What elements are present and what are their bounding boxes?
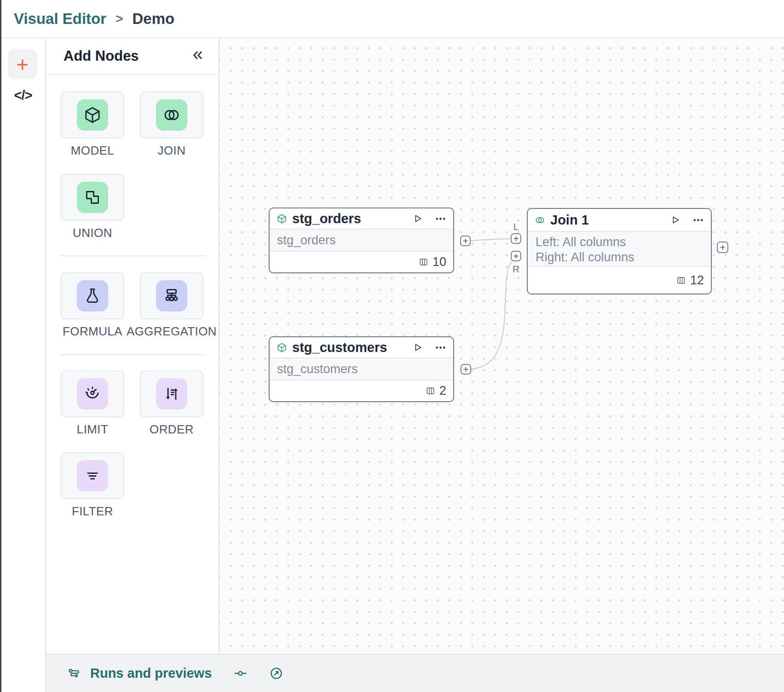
- palette-label: AGGREGATION: [140, 324, 203, 339]
- node-header: stg_customers: [270, 337, 453, 358]
- palette-label: LIMIT: [61, 422, 124, 437]
- palette-divider: [60, 255, 206, 256]
- add-nodes-header: Add Nodes «: [46, 38, 219, 75]
- hierarchy-icon: [156, 280, 187, 311]
- palette-label: FILTER: [61, 504, 124, 519]
- palette-label: UNION: [61, 226, 124, 240]
- aggregation-card: [140, 272, 203, 319]
- node-join-1[interactable]: Join 1 Left: All columns Right: All colu…: [527, 208, 712, 294]
- workflow-runs-icon: [68, 666, 82, 680]
- runs-and-previews-toggle[interactable]: Runs and previews: [68, 666, 212, 681]
- cube-icon: [277, 213, 287, 224]
- node-footer: 2: [270, 381, 453, 401]
- top-bar: Visual Editor > Demo: [0, 0, 784, 38]
- union-shapes-icon: [77, 182, 108, 213]
- node-stg-customers[interactable]: stg_customers stg_customers 2: [269, 336, 454, 402]
- more-options-icon[interactable]: [435, 213, 446, 225]
- window-left-border: [0, 0, 1, 692]
- cube-icon: [77, 99, 108, 131]
- column-count: 12: [690, 273, 704, 288]
- port-stg-customers-output[interactable]: +: [461, 364, 471, 375]
- palette-item-formula[interactable]: FORMULA: [61, 272, 124, 339]
- port-join-left-input[interactable]: +: [511, 233, 521, 244]
- pipeline-canvas[interactable]: stg_orders stg_orders 10: [219, 38, 784, 654]
- port-label-right: R: [511, 264, 521, 275]
- port-stg-orders-output[interactable]: +: [460, 236, 471, 246]
- join-config: Left: All columns Right: All columns: [528, 231, 711, 267]
- union-card: [61, 174, 124, 221]
- palette-item-aggregation[interactable]: AGGREGATION: [140, 272, 203, 339]
- palette-item-model[interactable]: MODEL: [61, 92, 124, 158]
- filter-lines-icon: [77, 460, 108, 491]
- run-node-icon[interactable]: [413, 342, 423, 352]
- join-left-columns: Left: All columns: [536, 235, 703, 250]
- node-title: Join 1: [550, 213, 670, 228]
- join-card: [140, 92, 203, 138]
- breadcrumb-current-page: Demo: [132, 10, 174, 28]
- palette-item-join[interactable]: JOIN: [140, 92, 203, 158]
- run-node-icon[interactable]: [413, 213, 423, 224]
- node-source-name: stg_customers: [270, 358, 453, 381]
- formula-card: [61, 272, 124, 319]
- more-options-icon[interactable]: [435, 342, 446, 353]
- filter-card: [61, 452, 124, 499]
- palette-item-limit[interactable]: LIMIT: [61, 370, 124, 437]
- join-circles-icon: [156, 99, 187, 131]
- breadcrumb-separator: >: [115, 12, 123, 26]
- run-node-icon[interactable]: [670, 215, 680, 225]
- visual-editor-app: Visual Editor > Demo + </> Add Nodes « M…: [0, 0, 784, 692]
- node-header: Join 1: [528, 209, 711, 231]
- join-circles-icon: [535, 215, 545, 225]
- code-view-button[interactable]: </>: [0, 88, 46, 103]
- add-node-button[interactable]: +: [8, 49, 37, 79]
- tool-rail: + </>: [0, 38, 46, 692]
- join-right-columns: Right: All columns: [536, 250, 703, 265]
- code-icon: </>: [14, 88, 32, 103]
- compass-icon[interactable]: [269, 666, 283, 680]
- palette-label: ORDER: [140, 422, 203, 437]
- order-card: [140, 370, 203, 417]
- runs-and-previews-label: Runs and previews: [90, 666, 212, 681]
- node-header: stg_orders: [270, 208, 453, 229]
- model-card: [61, 92, 124, 138]
- palette-divider: [60, 354, 206, 355]
- node-title: stg_orders: [292, 211, 413, 226]
- palette-label: MODEL: [61, 144, 124, 158]
- columns-icon: [419, 257, 428, 267]
- gauge-icon: [77, 378, 108, 409]
- plus-icon: +: [17, 54, 29, 75]
- commit-icon[interactable]: [233, 666, 248, 680]
- edge-customers-to-join-right: [471, 262, 512, 369]
- node-stg-orders[interactable]: stg_orders stg_orders 10: [269, 208, 454, 273]
- columns-icon: [426, 386, 435, 396]
- breadcrumb-visual-editor[interactable]: Visual Editor: [14, 10, 106, 28]
- palette-label: FORMULA: [61, 324, 124, 339]
- column-count: 2: [439, 384, 446, 398]
- palette-item-union[interactable]: UNION: [61, 174, 124, 240]
- cube-icon: [277, 342, 287, 353]
- collapse-panel-icon[interactable]: «: [193, 45, 203, 63]
- palette-item-filter[interactable]: FILTER: [61, 452, 124, 519]
- columns-icon: [676, 276, 686, 285]
- node-source-name: stg_orders: [270, 229, 453, 252]
- port-label-left: L: [511, 221, 521, 232]
- column-count: 10: [432, 255, 446, 269]
- palette-item-order[interactable]: ORDER: [140, 370, 203, 437]
- status-bar: Runs and previews: [46, 654, 784, 692]
- add-nodes-panel: Add Nodes « MODEL JOIN: [46, 38, 219, 654]
- flask-icon: [77, 280, 108, 311]
- edge-orders-to-join-left: [471, 239, 510, 241]
- panel-title: Add Nodes: [63, 48, 139, 64]
- port-join-output[interactable]: +: [717, 242, 728, 253]
- node-footer: 12: [528, 267, 711, 294]
- limit-card: [61, 370, 124, 417]
- more-options-icon[interactable]: [692, 214, 704, 226]
- palette-label: JOIN: [140, 144, 203, 158]
- sort-arrows-icon: [156, 378, 187, 409]
- port-join-right-input[interactable]: +: [511, 251, 521, 261]
- node-title: stg_customers: [292, 340, 413, 355]
- node-footer: 10: [270, 252, 453, 272]
